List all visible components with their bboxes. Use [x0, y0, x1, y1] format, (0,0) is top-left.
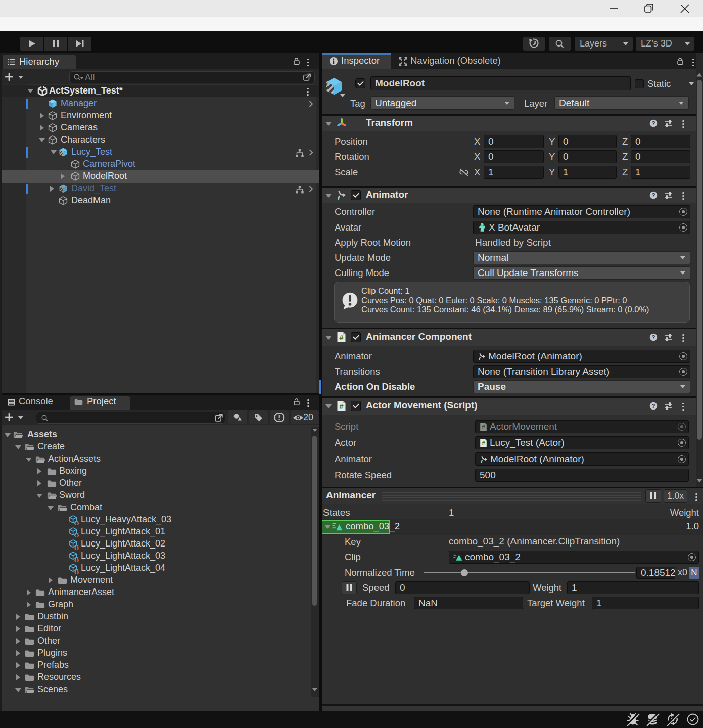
- svg-text:#: #: [482, 424, 485, 430]
- svg-text:?: ?: [651, 192, 655, 198]
- svg-text:#: #: [339, 333, 344, 342]
- svg-text:?: ?: [651, 120, 655, 126]
- svg-text:#: #: [482, 440, 485, 446]
- svg-text:?: ?: [651, 334, 655, 340]
- svg-text:#: #: [339, 402, 344, 411]
- svg-text:?: ?: [651, 403, 655, 409]
